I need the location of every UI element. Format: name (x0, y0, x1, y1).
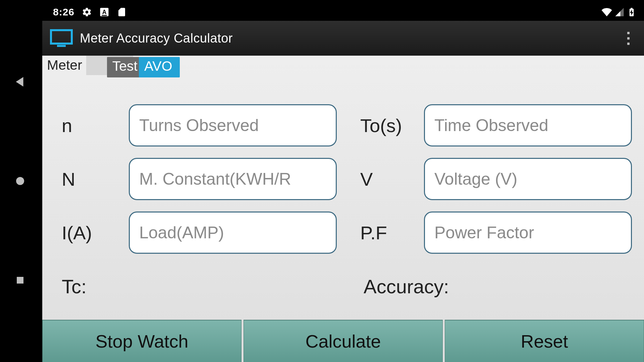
label-i: I(A) (62, 222, 122, 244)
app-title: Meter Accuracy Calculator (80, 31, 233, 46)
input-power-factor[interactable] (424, 212, 632, 254)
keyboard-a-icon: A (99, 7, 109, 17)
result-accuracy: Accuracy: (364, 275, 639, 298)
svg-text:A: A (102, 9, 107, 15)
input-voltage[interactable] (424, 158, 632, 200)
calculate-button[interactable]: Calculate (244, 320, 443, 362)
tab-avo[interactable]: AVO (139, 57, 180, 77)
input-load-amp[interactable] (129, 212, 337, 254)
svg-rect-5 (51, 30, 72, 44)
reset-button[interactable]: Reset (445, 320, 644, 362)
status-time: 8:26 (53, 6, 74, 18)
action-bar: Meter Accuracy Calculator (42, 21, 644, 56)
label-N: N (62, 168, 122, 190)
home-button[interactable] (12, 173, 28, 189)
tab-test[interactable]: Test (107, 57, 144, 77)
system-nav-bar (7, 0, 34, 362)
stopwatch-button[interactable]: Stop Watch (42, 320, 241, 362)
cell-signal-icon (614, 7, 625, 17)
button-bar: Stop Watch Calculate Reset (42, 320, 644, 362)
result-tc: Tc: (62, 275, 364, 298)
label-to: To(s) (350, 115, 417, 136)
svg-rect-4 (17, 277, 23, 284)
form-area: n To(s) N V I(A) P.F Tc: Accuracy: (42, 78, 644, 320)
wifi-icon (601, 6, 612, 18)
input-meter-constant[interactable] (129, 158, 337, 200)
tab-strip: Meter Test AVO (42, 56, 644, 78)
svg-rect-6 (57, 45, 66, 47)
svg-point-3 (16, 177, 24, 185)
back-button[interactable] (12, 74, 28, 89)
overflow-menu-button[interactable] (620, 28, 637, 48)
status-bar: 8:26 A (0, 4, 644, 20)
label-pf: P.F (350, 222, 417, 244)
svg-rect-2 (102, 15, 107, 16)
app-logo-icon (50, 29, 73, 48)
battery-charging-icon (627, 7, 637, 17)
input-turns-observed[interactable] (129, 104, 337, 146)
gear-icon (82, 7, 92, 17)
label-n: n (62, 115, 122, 136)
recents-button[interactable] (12, 273, 28, 288)
sd-card-icon (117, 7, 127, 17)
tab-meter[interactable]: Meter (42, 56, 87, 78)
label-v: V (350, 168, 417, 190)
input-time-observed[interactable] (424, 104, 632, 146)
app-window: Meter Accuracy Calculator Meter Test AVO… (42, 21, 644, 362)
